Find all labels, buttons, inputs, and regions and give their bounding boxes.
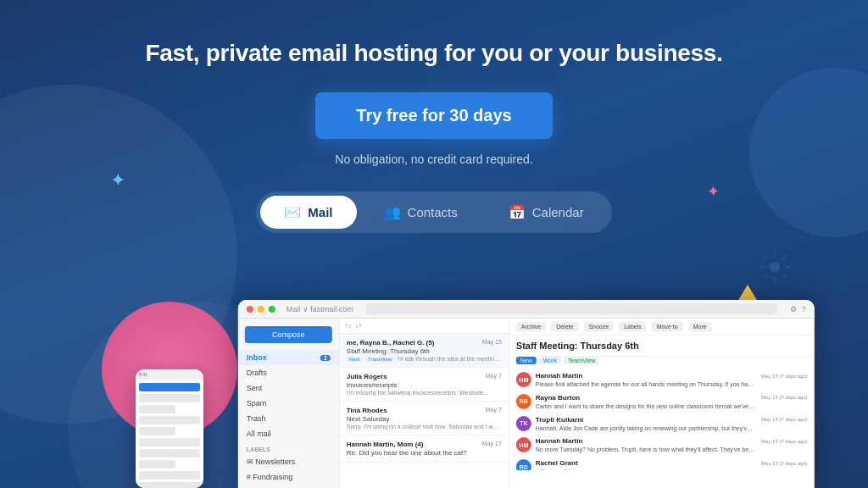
email-item-0[interactable]: me, Rayna B., Rachel G. (5) May 15 Staff… (340, 334, 509, 368)
message-content-4: Rachel Grant May 15 (7 days ago) ↩ Reply… (536, 459, 808, 470)
msg-name-1: Rayna Burton (536, 394, 580, 402)
titlebar-maximize-dot (269, 306, 275, 313)
msg-text-0: Please find attached the agenda for our … (536, 380, 756, 389)
move-to-button[interactable]: Move to (652, 322, 683, 331)
email-subject-1: Invoices/receipts (347, 381, 502, 389)
hero-section: ✦ ✦ Fast, private email hosting for you … (0, 0, 868, 488)
message-content-0: Hannah Martin May 15 (7 days ago) Please… (536, 372, 808, 389)
msg-header-4: Rachel Grant May 15 (7 days ago) (536, 459, 808, 467)
sidebar-item-inbox[interactable]: Inbox 2 (238, 350, 339, 365)
inbox-badge: 2 (320, 355, 331, 361)
email-sender-3: Hannah Martin, Mom (4) May 17 (347, 441, 502, 448)
msg-header-0: Hannah Martin May 15 (7 days ago) (536, 372, 808, 380)
msg-date-0: May 15 (7 days ago) (761, 374, 808, 379)
sidebar-item-trash[interactable]: Trash (238, 411, 339, 426)
email-sender-1: Julia Rogers May 7 (347, 373, 502, 380)
hero-headline: Fast, private email hosting for you or y… (145, 38, 722, 69)
email-list: ↑↓ ↓↑ me, Rayna B., Rachel G. (5) May 15… (340, 319, 509, 488)
avatar-0: HM (516, 372, 531, 387)
tag-new: New (516, 357, 537, 364)
snooze-button[interactable]: Snooze (583, 322, 614, 331)
msg-date-2: May 15 (7 days ago) (761, 417, 808, 422)
msg-name-4: Rachel Grant (536, 459, 578, 467)
deco-triangle-icon (737, 285, 758, 302)
email-subject-2: Next Saturday (347, 415, 502, 423)
phone-row-5 (139, 427, 175, 435)
email-item-1[interactable]: Julia Rogers May 7 Invoices/receipts I'm… (340, 368, 509, 402)
msg-name-0: Hannah Martin (536, 372, 583, 380)
titlebar-search[interactable] (366, 303, 777, 314)
mail-icon: ✉️ (284, 204, 301, 220)
sender-name-2: Tina Rhodes (347, 407, 387, 414)
archive-button[interactable]: Archive (516, 322, 546, 331)
sidebar-item-spam[interactable]: Spam (238, 396, 339, 411)
msg-text-3: No more Tuesday? No problem, Trupti, her… (536, 446, 756, 454)
desktop-titlebar: Mail ∨ fastmail.com ⚙ ? (238, 300, 815, 319)
message-row-4: RD Rachel Grant May 15 (7 days ago) ↩ Re… (516, 459, 808, 470)
sidebar-item-newsletters[interactable]: ✉ Newsletters (238, 454, 339, 469)
msg-text-1: Carter and I want to share the designs f… (536, 402, 756, 411)
phone-row-9 (139, 471, 200, 480)
email-item-3[interactable]: Hannah Martin, Mom (4) May 17 Re: Did yo… (340, 435, 509, 463)
avatar-3: HM (516, 437, 531, 452)
detail-toolbar: Archive Delete Snooze Labels Move to Mor… (509, 319, 815, 336)
detail-tags: New Work TeamView (509, 357, 815, 369)
message-content-1: Rayna Burton May 15 (7 days ago) Carter … (536, 394, 808, 411)
email-subject-0: Staff Meeting: Thursday 6th (347, 347, 502, 355)
compose-button[interactable]: Compose (245, 326, 332, 343)
message-row-2: TK Trupti Kulkarni May 15 (7 days ago) H… (516, 416, 808, 433)
avatar-1: RB (516, 394, 531, 409)
phone-row-2 (139, 394, 200, 402)
msg-header-2: Trupti Kulkarni May 15 (7 days ago) (536, 416, 808, 424)
allmail-label: All mail (247, 430, 271, 438)
tab-mail[interactable]: ✉️ Mail (260, 196, 356, 229)
msg-name-3: Hannah Martin (536, 437, 583, 445)
email-date-2: May 7 (486, 407, 502, 414)
phone-mockup: 9:41 (136, 369, 203, 488)
tab-mail-label: Mail (308, 205, 332, 219)
sidebar-item-fundraising[interactable]: # Fundraising (238, 469, 339, 485)
email-subject-3: Re: Did you hear the one about the cat? (347, 449, 502, 457)
email-date-0: May 15 (482, 339, 502, 347)
star-right-icon: ✦ (707, 182, 720, 201)
sidebar-item-sent[interactable]: Sent (238, 380, 339, 396)
labels-button[interactable]: Labels (619, 322, 647, 331)
phone-row-1 (139, 383, 200, 391)
tab-contacts-label: Contacts (408, 205, 458, 219)
cta-button[interactable]: Try free for 30 days (315, 92, 552, 139)
tag-work: Work (539, 357, 561, 364)
inbox-label: Inbox (247, 353, 267, 362)
contacts-icon: 👥 (384, 204, 401, 220)
help-icon: ? (802, 305, 806, 313)
email-item-2[interactable]: Tina Rhodes May 7 Next Saturday Sorry, I… (340, 402, 509, 435)
sender-name-3: Hannah Martin, Mom (4) (347, 441, 424, 448)
avatar-4: RD (516, 459, 531, 470)
message-content-2: Trupti Kulkarni May 15 (7 days ago) Hann… (536, 416, 808, 433)
email-preview-0: Next TransView I'll talk through the ide… (347, 356, 502, 362)
labels-section-header: Labels (238, 441, 339, 454)
message-row-1: RB Rayna Burton May 15 (7 days ago) Cart… (516, 394, 808, 411)
email-tag-0b: TransView (365, 357, 394, 362)
delete-button[interactable]: Delete (551, 322, 578, 331)
star-left-icon: ✦ (110, 169, 125, 191)
msg-header-3: Hannah Martin May 15 (7 days ago) (536, 437, 808, 445)
email-tag-0a: Next (347, 357, 362, 362)
email-preview-1: I'm missing the following invoices/recei… (347, 390, 502, 396)
message-row-3: HM Hannah Martin May 15 (7 days ago) No … (516, 437, 808, 454)
titlebar-text: Mail ∨ fastmail.com (287, 305, 353, 313)
phone-row-10 (139, 482, 200, 488)
tag-teamview: TeamView (564, 357, 599, 364)
phone-content (136, 380, 203, 488)
sidebar-item-allmail[interactable]: All mail (238, 426, 339, 441)
titlebar-minimize-dot (258, 306, 264, 313)
phone-status-bar: 9:41 (136, 369, 203, 380)
calendar-icon: 📅 (509, 204, 526, 220)
fundraising-label: # Fundraising (247, 473, 293, 481)
message-thread: HM Hannah Martin May 15 (7 days ago) Ple… (509, 369, 815, 470)
sidebar-item-drafts[interactable]: Drafts (238, 365, 339, 380)
msg-actions-4[interactable]: ↩ Reply to all Actions ▾ (536, 468, 808, 470)
msg-date-3: May 15 (7 days ago) (761, 439, 808, 444)
tab-contacts[interactable]: 👥 Contacts (360, 196, 481, 229)
tab-calendar[interactable]: 📅 Calendar (485, 196, 608, 229)
more-button[interactable]: More (688, 322, 712, 331)
